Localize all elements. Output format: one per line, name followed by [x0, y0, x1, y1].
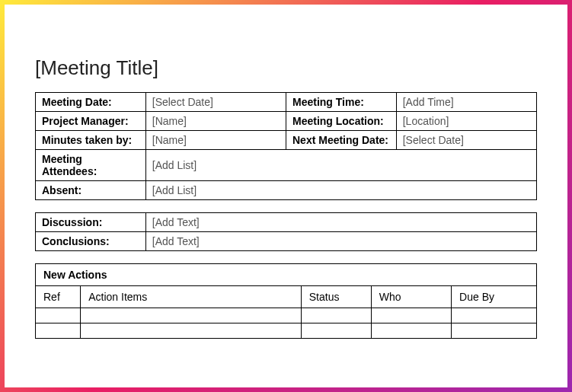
actions-table: New Actions Ref Action Items Status Who …: [35, 263, 537, 339]
action-ref-cell[interactable]: [36, 308, 81, 323]
attendees-label: Meeting Attendees:: [36, 150, 146, 181]
minutes-taken-by-label: Minutes taken by:: [36, 131, 146, 150]
meeting-details-table: Meeting Date: [Select Date] Meeting Time…: [35, 92, 537, 200]
absent-value[interactable]: [Add List]: [145, 181, 536, 200]
project-manager-label: Project Manager:: [36, 112, 146, 131]
action-items-cell[interactable]: [81, 323, 302, 339]
attendees-value[interactable]: [Add List]: [145, 150, 536, 181]
conclusions-label: Conclusions:: [36, 232, 146, 251]
meeting-location-label: Meeting Location:: [286, 112, 396, 131]
action-who-cell[interactable]: [371, 323, 451, 339]
next-meeting-date-label: Next Meeting Date:: [286, 131, 396, 150]
meeting-location-value[interactable]: [Location]: [396, 112, 536, 131]
col-items-header: Action Items: [81, 286, 302, 308]
action-row[interactable]: [36, 308, 537, 323]
meeting-date-label: Meeting Date:: [36, 93, 146, 112]
col-who-header: Who: [371, 286, 451, 308]
document-page: [Meeting Title] Meeting Date: [Select Da…: [5, 5, 567, 387]
action-ref-cell[interactable]: [36, 323, 81, 339]
action-due-cell[interactable]: [452, 323, 537, 339]
action-items-cell[interactable]: [81, 308, 302, 323]
next-meeting-date-value[interactable]: [Select Date]: [396, 131, 536, 150]
actions-heading: New Actions: [36, 264, 537, 286]
absent-label: Absent:: [36, 181, 146, 200]
col-due-header: Due By: [452, 286, 537, 308]
discussion-value[interactable]: [Add Text]: [145, 213, 536, 232]
minutes-taken-by-value[interactable]: [Name]: [145, 131, 286, 150]
project-manager-value[interactable]: [Name]: [145, 112, 286, 131]
meeting-time-value[interactable]: [Add Time]: [396, 93, 536, 112]
conclusions-value[interactable]: [Add Text]: [145, 232, 536, 251]
action-due-cell[interactable]: [452, 308, 537, 323]
col-ref-header: Ref: [36, 286, 81, 308]
action-status-cell[interactable]: [301, 323, 371, 339]
meeting-date-value[interactable]: [Select Date]: [145, 93, 286, 112]
header-placeholder: [35, 18, 537, 56]
action-row[interactable]: [36, 323, 537, 339]
meeting-time-label: Meeting Time:: [286, 93, 396, 112]
col-status-header: Status: [301, 286, 371, 308]
action-status-cell[interactable]: [301, 308, 371, 323]
discussion-table: Discussion: [Add Text] Conclusions: [Add…: [35, 212, 537, 251]
action-who-cell[interactable]: [371, 308, 451, 323]
discussion-label: Discussion:: [36, 213, 146, 232]
meeting-title[interactable]: [Meeting Title]: [35, 56, 537, 80]
